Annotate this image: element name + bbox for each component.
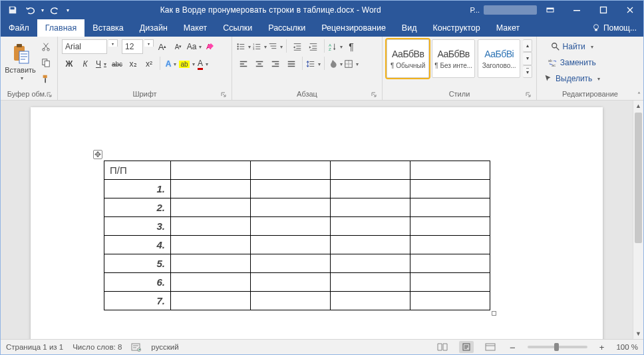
multilevel-list-button[interactable] [268, 39, 283, 54]
collapse-ribbon-icon[interactable]: ˄ [637, 91, 641, 99]
scroll-up-icon[interactable]: ▲ [633, 101, 643, 111]
tell-me-label: Помощ... [603, 23, 637, 33]
table-header-cell[interactable]: П/П [104, 161, 171, 180]
font-family-dropdown-icon[interactable]: ▾ [108, 39, 118, 47]
read-mode-icon[interactable] [435, 341, 450, 353]
sort-button[interactable]: AZ [328, 39, 343, 54]
maximize-icon[interactable] [590, 1, 617, 19]
zoom-slider[interactable] [528, 346, 587, 348]
ribbon-display-options-icon[interactable] [537, 1, 564, 19]
copy-icon[interactable] [39, 55, 53, 70]
underline-button[interactable]: Ч [94, 57, 108, 71]
qat-dropdown-icon[interactable]: ▾ [65, 2, 71, 18]
tab-table-layout[interactable]: Макет [488, 19, 528, 37]
redo-icon[interactable] [47, 2, 63, 18]
status-proofing-icon[interactable] [131, 342, 142, 352]
styles-more-icon[interactable]: ▾ [523, 65, 532, 78]
font-launcher-icon[interactable] [220, 91, 228, 99]
numbering-button[interactable]: 123 [252, 39, 267, 54]
shrink-font-button[interactable]: A▾ [171, 39, 186, 54]
align-right-button[interactable] [268, 57, 283, 71]
tab-review[interactable]: Рецензирование [313, 19, 394, 37]
replace-button[interactable]: abac Заменить [541, 55, 603, 70]
superscript-button[interactable]: x² [142, 57, 156, 71]
cut-icon[interactable] [39, 39, 53, 54]
zoom-slider-thumb[interactable] [554, 343, 559, 351]
change-case-button[interactable]: Aa [187, 39, 202, 54]
status-word-count[interactable]: Число слов: 8 [73, 343, 122, 351]
document-page[interactable]: ✥ П/П 1. 2. 3. 4. 5. 6. 7. [31, 107, 603, 339]
document-scroll[interactable]: ✥ П/П 1. 2. 3. 4. 5. 6. 7. [1, 101, 633, 339]
table-resize-handle-icon[interactable] [492, 311, 496, 316]
undo-icon[interactable] [22, 2, 38, 18]
font-family-combo[interactable]: Arial [62, 39, 107, 54]
tab-table-design[interactable]: Конструктор [424, 19, 488, 37]
document-table[interactable]: П/П 1. 2. 3. 4. 5. 6. 7. [104, 161, 490, 310]
style-heading1[interactable]: АаБбВі Заголово... [478, 39, 520, 78]
styles-launcher-icon[interactable] [524, 91, 532, 99]
clipboard-launcher-icon[interactable] [45, 91, 53, 99]
print-layout-icon[interactable] [459, 341, 474, 353]
tab-file[interactable]: Файл [1, 19, 37, 37]
scroll-thumb[interactable] [635, 113, 642, 243]
vertical-scrollbar[interactable]: ▲ ▼ [633, 101, 643, 339]
paragraph-launcher-icon[interactable] [370, 91, 378, 99]
grow-font-button[interactable]: A▴ [155, 39, 170, 54]
tab-mailings[interactable]: Рассылки [260, 19, 313, 37]
status-language[interactable]: русский [151, 343, 178, 351]
tab-layout[interactable]: Макет [176, 19, 215, 37]
status-page[interactable]: Страница 1 из 1 [6, 343, 63, 351]
close-icon[interactable] [617, 1, 643, 19]
align-left-button[interactable] [236, 57, 251, 71]
align-center-button[interactable] [252, 57, 267, 71]
tab-insert[interactable]: Вставка [84, 19, 131, 37]
document-area: ✥ П/П 1. 2. 3. 4. 5. 6. 7. ▲ ▼ [1, 101, 643, 339]
text-effects-button[interactable]: A [164, 57, 178, 71]
format-painter-icon[interactable] [39, 71, 53, 86]
select-button[interactable]: Выделить [541, 71, 603, 86]
undo-dropdown-icon[interactable]: ▾ [39, 2, 46, 18]
zoom-out-button[interactable]: − [507, 342, 518, 353]
tab-references[interactable]: Ссылки [215, 19, 260, 37]
font-size-dropdown-icon[interactable]: ▾ [144, 39, 154, 47]
minimize-icon[interactable] [564, 1, 590, 19]
justify-button[interactable] [284, 57, 299, 71]
styles-up-icon[interactable]: ▴ [523, 39, 532, 52]
user-block[interactable]: Р... [470, 5, 537, 15]
zoom-value[interactable]: 100 % [616, 343, 638, 351]
clear-formatting-icon[interactable]: A [203, 39, 218, 54]
subscript-button[interactable]: x₂ [126, 57, 140, 71]
table-row: 2. [104, 198, 490, 217]
borders-button[interactable] [344, 57, 359, 71]
zoom-in-button[interactable]: + [597, 342, 607, 352]
tell-me[interactable]: Помощ... [585, 19, 643, 37]
italic-button[interactable]: К [78, 57, 92, 71]
window-title: Как в Ворде пронумеровать строки в табли… [71, 5, 470, 15]
table-move-handle-icon[interactable]: ✥ [93, 150, 102, 159]
paste-button[interactable]: Вставить [5, 39, 36, 85]
bold-button[interactable]: Ж [62, 57, 77, 71]
scroll-track[interactable] [633, 111, 643, 328]
font-size-combo[interactable]: 12 [122, 39, 143, 54]
line-spacing-button[interactable] [306, 57, 321, 71]
increase-indent-button[interactable] [306, 39, 321, 54]
scroll-down-icon[interactable]: ▼ [633, 328, 643, 339]
style-normal[interactable]: АаБбВв ¶ Обычный [387, 39, 429, 78]
style-no-spacing[interactable]: АаБбВв ¶ Без инте... [432, 39, 474, 78]
tab-design[interactable]: Дизайн [132, 19, 176, 37]
tab-home[interactable]: Главная [37, 19, 85, 37]
shading-button[interactable] [328, 57, 343, 71]
save-icon[interactable] [5, 2, 21, 18]
highlight-button[interactable]: ab [180, 57, 194, 71]
user-initial: Р... [470, 6, 480, 14]
find-button[interactable]: Найти [541, 39, 603, 54]
show-hide-button[interactable]: ¶ [344, 39, 359, 54]
styles-down-icon[interactable]: ▾ [523, 52, 532, 65]
web-layout-icon[interactable] [483, 341, 498, 353]
bullets-button[interactable] [236, 39, 251, 54]
user-name-redacted [484, 5, 537, 15]
strikethrough-button[interactable]: abc [110, 57, 124, 71]
font-color-button[interactable]: A [196, 57, 210, 71]
tab-view[interactable]: Вид [394, 19, 425, 37]
decrease-indent-button[interactable] [290, 39, 305, 54]
